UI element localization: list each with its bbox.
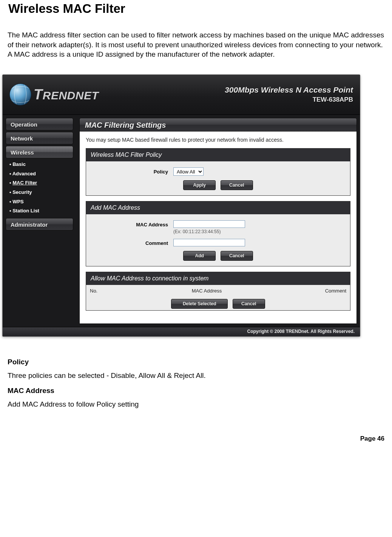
panel-mac-list-header: Allow MAC Address to connection in syste… (86, 272, 350, 285)
content-area: MAC Filtering Settings You may setup MAC… (76, 115, 360, 327)
desc-mac: Add MAC Address to follow Policy setting (8, 400, 384, 409)
content-title: MAC Filtering Settings (79, 118, 357, 132)
panel-mac-list: Allow MAC Address to connection in syste… (86, 272, 350, 311)
panel-add-mac: Add MAC Address MAC Address (Ex: 00:11:2… (86, 201, 350, 266)
col-mac: MAC Address (128, 288, 286, 294)
comment-label: Comment (92, 239, 173, 246)
page-title: Wireless MAC Filter (8, 2, 384, 16)
subnav-station-list[interactable]: Station List (9, 206, 73, 216)
cancel-button[interactable]: Cancel (221, 251, 253, 261)
nav-administrator[interactable]: Administrator (6, 218, 73, 231)
sidebar: Operation Network Wireless Basic Advance… (3, 115, 76, 327)
brand-name: TTRENDNETRENDNET (34, 87, 99, 102)
brand-logo: TTRENDNETRENDNET (9, 84, 99, 105)
wireless-subnav: Basic Advanced MAC Filter Security WPS S… (9, 160, 73, 216)
product-line-1: 300Mbps Wireless N Access Point (225, 85, 353, 94)
desc-policy: Three policies can be selected - Disable… (8, 371, 384, 380)
policy-label: Policy (92, 167, 173, 175)
cancel-button[interactable]: Cancel (233, 299, 265, 309)
apply-button[interactable]: Apply (183, 180, 216, 190)
page-number: Page 46 (8, 435, 384, 443)
subnav-advanced[interactable]: Advanced (9, 169, 73, 179)
nav-network[interactable]: Network (6, 132, 73, 144)
mac-address-hint: (Ex: 00:11:22:33:44:55) (173, 229, 344, 234)
col-no: No. (90, 288, 128, 294)
nav-wireless[interactable]: Wireless (6, 146, 73, 158)
add-button[interactable]: Add (183, 251, 216, 261)
mac-address-label: MAC Address (92, 220, 173, 227)
product-name: 300Mbps Wireless N Access Point TEW-638A… (225, 85, 353, 104)
col-comment: Comment (286, 288, 346, 294)
comment-input[interactable] (173, 239, 245, 246)
policy-select[interactable]: Allow All (173, 167, 204, 176)
router-ui-screenshot: TTRENDNETRENDNET 300Mbps Wireless N Acce… (2, 74, 360, 337)
product-line-2: TEW-638APB (225, 96, 353, 104)
panel-policy-header: Wireless MAC Filter Policy (86, 149, 350, 161)
panel-add-mac-header: Add MAC Address (86, 201, 350, 214)
panel-policy: Wireless MAC Filter Policy Policy Allow … (86, 148, 350, 196)
term-mac: MAC Address (8, 387, 384, 395)
subnav-mac-filter[interactable]: MAC Filter (9, 178, 73, 188)
mac-table-header: No. MAC Address Comment (86, 285, 350, 297)
copyright-footer: Copyright © 2008 TRENDnet. All Rights Re… (3, 327, 360, 336)
cancel-button[interactable]: Cancel (221, 180, 253, 190)
ui-header: TTRENDNETRENDNET 300Mbps Wireless N Acce… (3, 75, 360, 115)
subnav-security[interactable]: Security (9, 188, 73, 197)
subnav-basic[interactable]: Basic (9, 160, 73, 169)
term-policy: Policy (8, 358, 384, 366)
nav-operation[interactable]: Operation (6, 118, 73, 130)
delete-selected-button[interactable]: Delete Selected (171, 299, 228, 309)
globe-icon (9, 84, 31, 105)
content-note: You may setup MAC based firewall rules t… (86, 137, 350, 143)
subnav-wps[interactable]: WPS (9, 197, 73, 207)
mac-address-input[interactable] (173, 220, 245, 228)
intro-text: The MAC address filter section can be us… (8, 30, 384, 59)
